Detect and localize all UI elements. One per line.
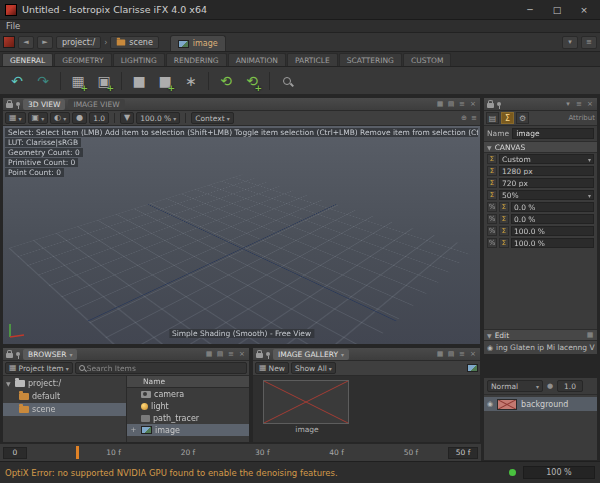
- pin-icon[interactable]: [16, 352, 20, 356]
- percent-icon[interactable]: %: [487, 202, 497, 212]
- forward-button[interactable]: ►: [37, 36, 53, 49]
- browser-title-tab[interactable]: BROWSER▾: [23, 349, 77, 360]
- list-view-icon[interactable]: ▤: [447, 351, 455, 358]
- height-field[interactable]: 720 px: [499, 178, 594, 188]
- maximize-button[interactable]: □: [546, 2, 568, 18]
- eye-icon[interactable]: ◉: [487, 344, 493, 352]
- pin-icon[interactable]: [497, 102, 501, 106]
- back-button[interactable]: ◄: [18, 36, 34, 49]
- history-icon[interactable]: [3, 36, 15, 48]
- ribbon-tab-lighting[interactable]: LIGHTING: [113, 53, 165, 66]
- list-view-icon[interactable]: ▤: [447, 101, 455, 108]
- offset-x-field[interactable]: 0.0 %: [511, 202, 594, 212]
- sigma-icon[interactable]: Σ: [499, 226, 509, 236]
- breadcrumb-project[interactable]: project:/: [56, 36, 101, 49]
- zoom-field[interactable]: 100.0 %▾: [136, 112, 180, 124]
- create-item-button[interactable]: ▦+: [66, 69, 90, 93]
- scale-select[interactable]: 50%▾: [499, 190, 594, 200]
- pathbar-dropdown-button[interactable]: ▾: [562, 36, 578, 49]
- size-x-field[interactable]: 100.0 %: [511, 226, 594, 236]
- lock-icon[interactable]: [6, 353, 13, 358]
- percent-icon[interactable]: %: [487, 238, 497, 248]
- eye-icon[interactable]: ◉: [487, 400, 493, 408]
- panel-menu-icon[interactable]: ≡: [458, 101, 466, 108]
- ribbon-tab-geometry[interactable]: GEOMETRY: [54, 53, 112, 66]
- name-field[interactable]: image: [512, 128, 594, 139]
- context-tab-image[interactable]: image: [170, 35, 226, 51]
- panel-menu-icon[interactable]: ≡: [575, 101, 583, 108]
- ribbon-tab-scattering[interactable]: SCATTERING: [339, 53, 402, 66]
- size-y-field[interactable]: 100.0 %: [511, 238, 594, 248]
- viewport-menu-icon[interactable]: ≡: [470, 115, 478, 122]
- ribbon-tab-rendering[interactable]: RENDERING: [166, 53, 227, 66]
- close-panel-icon[interactable]: ×: [469, 101, 477, 108]
- gear-icon[interactable]: ⚙: [516, 112, 529, 124]
- grid-view-icon[interactable]: ▦: [436, 351, 444, 358]
- grid-icon[interactable]: ▦: [586, 332, 594, 339]
- lock-icon[interactable]: [487, 103, 494, 108]
- ribbon-tab-custom[interactable]: CUSTOM: [403, 53, 451, 66]
- create-context-button[interactable]: ▣+: [92, 69, 116, 93]
- sigma-icon[interactable]: Σ: [499, 202, 509, 212]
- pathbar-menu-button[interactable]: ≡: [581, 36, 597, 49]
- grid-view-icon[interactable]: ▦: [436, 101, 444, 108]
- ribbon-tab-animation[interactable]: ANIMATION: [228, 53, 286, 66]
- expand-plus-icon[interactable]: +: [129, 426, 138, 434]
- item-filter-selector[interactable]: ▦Project Item▾: [5, 362, 73, 374]
- sigma-icon[interactable]: Σ: [487, 154, 497, 164]
- percent-icon[interactable]: %: [487, 226, 497, 236]
- list-item-path-tracer[interactable]: path_tracer: [127, 412, 249, 424]
- mode-select[interactable]: Custom▾: [499, 154, 594, 164]
- grid-view-icon[interactable]: ▦: [205, 351, 213, 358]
- width-field[interactable]: 1280 px: [499, 166, 594, 176]
- gallery-title-tab[interactable]: IMAGE GALLERY▾: [273, 349, 349, 360]
- expand-icon[interactable]: ▼: [6, 380, 12, 387]
- menu-file[interactable]: File: [6, 21, 20, 31]
- pin-icon[interactable]: [16, 102, 20, 106]
- search-input[interactable]: [87, 364, 243, 373]
- tree-item-project[interactable]: ▼project:/: [3, 377, 126, 390]
- tree-item-scene[interactable]: scene: [3, 403, 126, 416]
- target-icon[interactable]: ⊕: [460, 115, 468, 122]
- ribbon-tab-general[interactable]: GENERAL: [2, 53, 53, 66]
- context-selector[interactable]: Context▾: [191, 112, 233, 124]
- tab-image-view[interactable]: IMAGE VIEW: [68, 99, 124, 110]
- panel-menu-icon[interactable]: ≡: [458, 351, 466, 358]
- percent-icon[interactable]: %: [487, 214, 497, 224]
- blend-mode-selector[interactable]: Normal▾: [487, 380, 543, 392]
- list-item-camera[interactable]: camera: [127, 388, 249, 400]
- undo-button[interactable]: ↶: [5, 69, 29, 93]
- list-item-image[interactable]: +image: [127, 424, 249, 436]
- section-canvas[interactable]: ▼CANVAS: [484, 141, 597, 153]
- sigma-icon[interactable]: Σ: [499, 238, 509, 248]
- layout-selector[interactable]: ▦▾: [5, 112, 26, 124]
- current-frame-field[interactable]: 0: [3, 447, 27, 459]
- edit-item-row[interactable]: ◉ing Glaten ip Mi lacenng V: [484, 341, 597, 354]
- list-item-light[interactable]: light: [127, 400, 249, 412]
- viewport-3d[interactable]: Select: Select item (LMB) Add item to se…: [3, 126, 480, 344]
- pin-icon[interactable]: [266, 352, 270, 356]
- shading-selector[interactable]: ◐▾: [50, 112, 70, 124]
- panel-menu-icon[interactable]: ≡: [227, 351, 235, 358]
- end-frame-field[interactable]: 50 f: [448, 447, 478, 459]
- create-geometry-button[interactable]: ■: [127, 69, 151, 93]
- light-toggle[interactable]: ●: [72, 112, 87, 124]
- gallery-thumbnail-image[interactable]: [263, 380, 349, 424]
- new-image-button[interactable]: ▦New: [255, 362, 289, 374]
- close-button[interactable]: ×: [573, 2, 595, 18]
- create-instance-button[interactable]: ⟲: [214, 69, 238, 93]
- sigma-icon[interactable]: Σ: [487, 190, 497, 200]
- list-mode-button[interactable]: ▤: [486, 112, 499, 124]
- sigma-icon[interactable]: Σ: [487, 166, 497, 176]
- opacity-field[interactable]: 1.0: [557, 380, 583, 392]
- sigma-icon[interactable]: Σ: [499, 214, 509, 224]
- tree-item-default[interactable]: default: [3, 390, 126, 403]
- refresh-button[interactable]: ⟲+: [240, 69, 264, 93]
- ribbon-tab-particle[interactable]: PARTICLE: [287, 53, 338, 66]
- create-scatterer-button[interactable]: ∗: [179, 69, 203, 93]
- lock-icon[interactable]: [6, 103, 13, 108]
- close-panel-icon[interactable]: ×: [586, 101, 594, 108]
- lock-icon[interactable]: [256, 353, 263, 358]
- create-combiner-button[interactable]: ■+: [153, 69, 177, 93]
- close-panel-icon[interactable]: ×: [238, 351, 246, 358]
